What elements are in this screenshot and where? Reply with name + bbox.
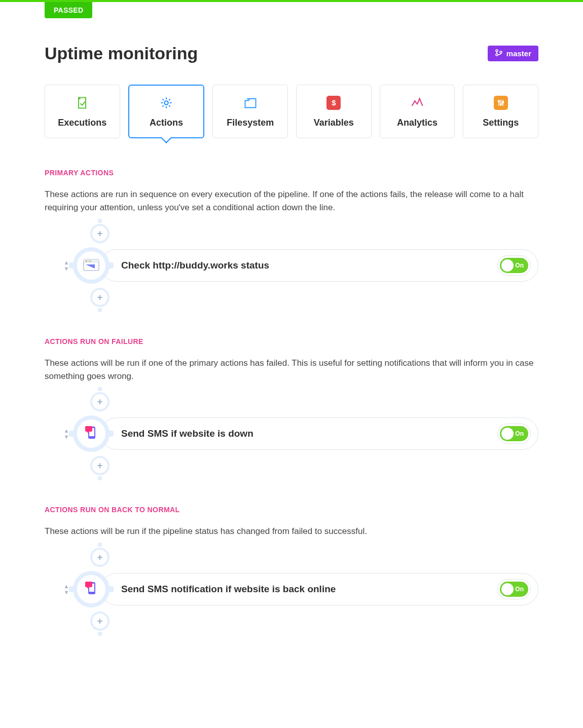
action-icon-container[interactable] <box>73 247 110 284</box>
add-action-after-button[interactable]: + <box>90 456 110 475</box>
branch-label: master <box>506 49 531 58</box>
svg-point-11 <box>86 260 87 261</box>
branch-badge[interactable]: master <box>488 46 538 61</box>
section-description: These actions are run in sequence on eve… <box>45 188 538 215</box>
plus-icon: + <box>97 553 103 562</box>
svg-point-2 <box>500 51 502 53</box>
action-title: Check http://buddy.works status <box>121 260 269 271</box>
toggle-container: On <box>497 579 531 599</box>
section-primary: PRIMARY ACTIONS These actions are run in… <box>45 169 538 307</box>
tab-analytics[interactable]: Analytics <box>380 85 455 138</box>
svg-point-5 <box>419 98 420 99</box>
executions-icon <box>75 95 90 110</box>
tab-variables[interactable]: $ Variables <box>296 85 372 138</box>
section-title: ACTIONS RUN ON FAILURE <box>45 337 538 346</box>
svg-point-3 <box>164 101 168 104</box>
svg-point-12 <box>88 260 89 261</box>
action-row: ▲▼ Send SMS if website is down On <box>61 415 538 452</box>
sms-icon <box>83 425 99 443</box>
section-back-to-normal: ACTIONS RUN ON BACK TO NORMAL These acti… <box>45 506 538 630</box>
action-bar[interactable]: Send SMS if website is down On <box>100 417 538 450</box>
tabs-row: Executions Actions Filesystem $ Variable… <box>45 85 538 138</box>
add-action-after-button[interactable]: + <box>90 288 110 307</box>
svg-point-8 <box>502 101 503 103</box>
page-title: Uptime monitoring <box>45 44 198 63</box>
tab-label: Actions <box>150 118 183 128</box>
add-action-after-button[interactable]: + <box>90 611 110 631</box>
action-toggle[interactable]: On <box>500 582 528 597</box>
toggle-label: On <box>515 262 524 269</box>
filesystem-icon <box>243 95 258 110</box>
section-title: ACTIONS RUN ON BACK TO NORMAL <box>45 506 538 514</box>
section-description: These actions will be run if one of the … <box>45 357 538 384</box>
section-description: These actions will be run if the pipelin… <box>45 525 538 538</box>
svg-point-13 <box>90 260 91 261</box>
toggle-container: On <box>497 424 531 444</box>
status-badge: PASSED <box>45 2 92 18</box>
action-icon-container[interactable] <box>73 415 110 452</box>
add-action-before-button[interactable]: + <box>90 392 110 411</box>
branch-icon <box>495 49 503 58</box>
tab-label: Settings <box>483 118 519 128</box>
variables-icon: $ <box>326 95 341 110</box>
toggle-label: On <box>515 430 524 437</box>
plus-icon: + <box>97 397 103 406</box>
plus-icon: + <box>97 461 103 470</box>
action-title: Send SMS if website is down <box>121 428 253 439</box>
plus-icon: + <box>97 617 103 626</box>
tab-settings[interactable]: Settings <box>463 85 538 138</box>
action-row: ▲▼ Send SMS notification if website is b… <box>61 571 538 607</box>
action-title: Send SMS notification if website is back… <box>121 584 336 595</box>
action-icon-container[interactable] <box>73 571 110 607</box>
action-toggle[interactable]: On <box>500 258 528 273</box>
action-toggle[interactable]: On <box>500 426 528 441</box>
analytics-icon <box>410 95 425 110</box>
tab-filesystem[interactable]: Filesystem <box>212 85 288 138</box>
action-bar[interactable]: Check http://buddy.works status On <box>100 249 538 282</box>
plus-icon: + <box>97 229 103 238</box>
svg-point-6 <box>498 100 499 102</box>
settings-icon <box>493 95 508 110</box>
add-action-before-button[interactable]: + <box>90 548 110 567</box>
section-on-failure: ACTIONS RUN ON FAILURE These actions wil… <box>45 337 538 476</box>
tab-actions[interactable]: Actions <box>128 85 205 138</box>
tab-label: Filesystem <box>227 118 274 128</box>
action-bar[interactable]: Send SMS notification if website is back… <box>100 573 538 605</box>
svg-rect-16 <box>85 426 92 432</box>
tab-label: Analytics <box>397 118 438 128</box>
sms-icon <box>83 580 99 598</box>
svg-point-1 <box>496 54 498 56</box>
section-title: PRIMARY ACTIONS <box>45 169 538 177</box>
add-action-before-button[interactable]: + <box>90 224 110 243</box>
plus-icon: + <box>97 293 103 302</box>
actions-icon <box>159 95 174 110</box>
tab-label: Variables <box>314 118 354 128</box>
toggle-container: On <box>497 255 531 276</box>
http-request-icon <box>83 257 100 274</box>
tab-executions[interactable]: Executions <box>45 85 120 138</box>
toggle-label: On <box>515 586 524 593</box>
svg-point-4 <box>414 100 416 102</box>
action-row: ▲▼ Check http://buddy.works status On <box>61 247 538 284</box>
svg-point-7 <box>500 103 501 105</box>
tab-label: Executions <box>58 118 106 128</box>
svg-point-0 <box>496 50 498 52</box>
svg-rect-19 <box>85 582 92 587</box>
